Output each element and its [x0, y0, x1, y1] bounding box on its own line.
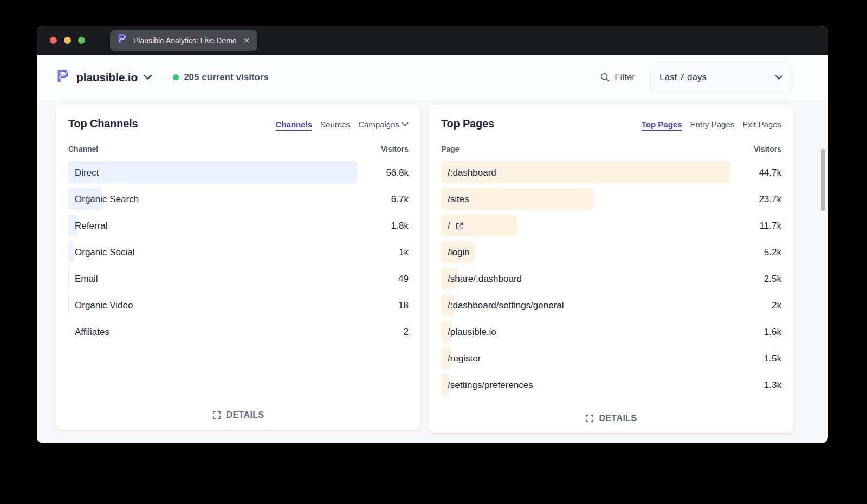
tab-sources[interactable]: Sources — [320, 120, 350, 129]
row-label-text: Email — [75, 274, 98, 285]
tab-label: Top Pages — [642, 120, 682, 129]
table-row[interactable]: /:dashboard/settings/general2k — [441, 292, 781, 319]
table-row[interactable]: /register1.5k — [441, 345, 781, 372]
date-range-value: Last 7 days — [659, 72, 707, 83]
pages-table: /:dashboard44.7k/sites23.7k/11.7k/login5… — [441, 159, 781, 398]
svg-text:P: P — [56, 67, 69, 86]
row-label: /register — [448, 353, 481, 364]
panel-title: Top Pages — [441, 118, 494, 130]
table-row[interactable]: Organic Video18 — [68, 292, 409, 319]
expand-icon — [212, 411, 221, 419]
row-label-text: /share/:dashboard — [448, 274, 522, 285]
row-value: 1.6k — [764, 327, 781, 338]
row-value: 2.5k — [764, 274, 781, 285]
row-label-text: /plausible.io — [448, 327, 496, 338]
panel-title: Top Channels — [68, 118, 138, 130]
table-row[interactable]: Organic Social1k — [68, 239, 409, 266]
table-row[interactable]: Organic Search6.7k — [68, 186, 409, 212]
column-header-channel: Channel — [68, 145, 98, 153]
site-switcher[interactable]: P plausible.io — [56, 67, 152, 88]
row-label-text: /:dashboard — [448, 167, 496, 178]
row-label-text: Organic Social — [75, 247, 135, 258]
table-row[interactable]: /settings/preferences1.3k — [441, 372, 781, 398]
window-minimize-button[interactable] — [64, 37, 71, 44]
search-icon — [600, 72, 610, 82]
row-label: Organic Social — [75, 247, 135, 258]
svg-text:P: P — [118, 33, 126, 46]
row-label-text: /sites — [448, 194, 469, 205]
row-value: 6.7k — [391, 194, 409, 205]
tab-label: Entry Pages — [690, 120, 735, 129]
tab-exit-pages[interactable]: Exit Pages — [742, 120, 781, 129]
channels-details-button[interactable]: DETAILS — [56, 410, 420, 420]
row-value: 1k — [399, 247, 409, 258]
row-value: 18 — [398, 300, 409, 311]
tab-top-pages[interactable]: Top Pages — [642, 120, 682, 129]
table-row[interactable]: /login5.2k — [441, 239, 781, 266]
details-label: DETAILS — [599, 413, 637, 423]
tab-close-icon[interactable]: ✕ — [243, 36, 250, 45]
table-row[interactable]: Affiliates2 — [68, 319, 409, 345]
tab-entry-pages[interactable]: Entry Pages — [690, 120, 735, 129]
site-name: plausible.io — [76, 71, 138, 84]
tab-campaigns[interactable]: Campaigns — [358, 120, 409, 129]
row-bar — [68, 161, 357, 183]
row-label: /plausible.io — [448, 327, 496, 338]
table-row[interactable]: Referral1.8k — [68, 212, 409, 239]
row-label: /login — [448, 247, 470, 258]
row-label-text: /settings/preferences — [448, 380, 533, 391]
table-row[interactable]: /plausible.io1.6k — [441, 319, 781, 345]
table-row[interactable]: /11.7k — [441, 212, 781, 239]
scrollbar-thumb[interactable] — [821, 149, 825, 211]
row-label: / — [448, 221, 464, 231]
row-label: /:dashboard — [448, 167, 496, 178]
tab-title: Plausible Analytics: Live Demo — [133, 36, 237, 45]
chevron-down-icon — [775, 75, 783, 80]
row-value: 56.8k — [386, 167, 409, 178]
row-label: /sites — [448, 194, 469, 205]
dashboard-main: Top Channels ChannelsSourcesCampaigns Ch… — [37, 100, 828, 433]
filter-button[interactable]: Filter — [600, 72, 635, 83]
row-label-text: Affiliates — [75, 327, 109, 338]
row-label-text: Organic Video — [75, 300, 133, 311]
column-header-visitors: Visitors — [381, 145, 409, 153]
external-link-icon[interactable] — [455, 222, 464, 230]
details-label: DETAILS — [226, 410, 264, 420]
table-row[interactable]: /share/:dashboard2.5k — [441, 266, 781, 292]
row-label-text: Organic Search — [75, 194, 139, 205]
chevron-down-icon — [402, 122, 409, 127]
browser-tab-bar: P Plausible Analytics: Live Demo ✕ — [37, 26, 828, 55]
tab-channels[interactable]: Channels — [276, 120, 313, 129]
browser-tab[interactable]: P Plausible Analytics: Live Demo ✕ — [110, 30, 257, 51]
table-row[interactable]: Email49 — [68, 266, 409, 292]
row-label: Direct — [75, 167, 99, 178]
row-label-text: /register — [448, 353, 481, 364]
table-row[interactable]: /sites23.7k — [441, 186, 781, 212]
table-row[interactable]: Direct56.8k — [68, 159, 409, 186]
traffic-lights — [50, 37, 85, 44]
date-range-select[interactable]: Last 7 days — [650, 64, 792, 91]
current-visitors-button[interactable]: 205 current visitors — [173, 72, 269, 83]
row-value: 44.7k — [759, 167, 781, 178]
row-label-text: / — [448, 221, 450, 231]
window-zoom-button[interactable] — [78, 37, 85, 44]
row-bar — [68, 241, 74, 263]
pages-details-button[interactable]: DETAILS — [429, 413, 793, 423]
row-value: 49 — [398, 274, 409, 285]
tab-label: Sources — [320, 120, 350, 129]
chevron-down-icon — [143, 74, 152, 80]
tab-label: Channels — [276, 120, 313, 129]
channels-tab-group: ChannelsSourcesCampaigns — [276, 120, 409, 129]
row-label-text: Direct — [75, 167, 99, 178]
channels-table: Direct56.8kOrganic Search6.7kReferral1.8… — [68, 159, 409, 345]
row-label: Referral — [75, 221, 107, 231]
pages-tab-group: Top PagesEntry PagesExit Pages — [642, 120, 781, 129]
row-value: 5.2k — [764, 247, 781, 258]
row-label: Organic Search — [75, 194, 139, 205]
window-close-button[interactable] — [50, 37, 57, 44]
table-row[interactable]: /:dashboard44.7k — [441, 159, 781, 186]
current-visitors-label: 205 current visitors — [184, 72, 269, 83]
row-label-text: /login — [448, 247, 470, 258]
row-value: 1.3k — [764, 380, 781, 391]
row-value: 1.8k — [391, 221, 409, 231]
